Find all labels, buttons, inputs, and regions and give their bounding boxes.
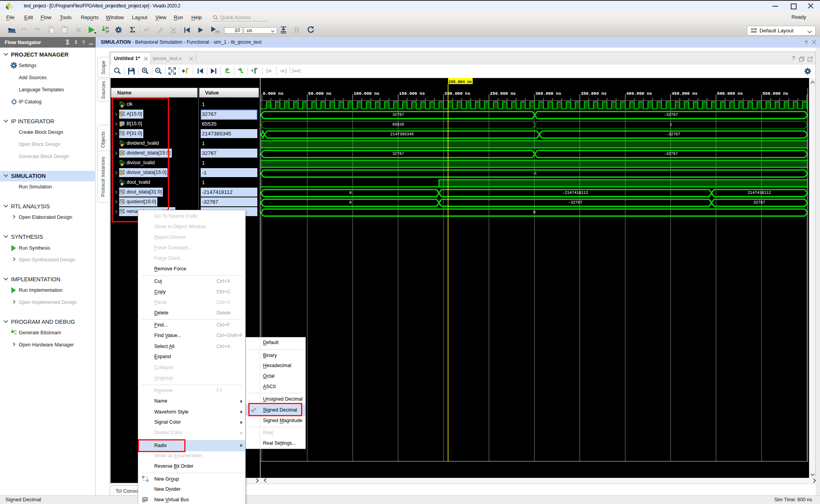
svg-text:10: 10 [14, 332, 17, 335]
svg-text:0.000 ns: 0.000 ns [263, 91, 283, 96]
svg-text:2147418112: 2147418112 [747, 191, 771, 195]
svg-text:450.000 ns: 450.000 ns [672, 91, 697, 96]
svg-text:65535: 65535 [392, 122, 404, 127]
svg-text:-32767: -32767 [664, 113, 678, 117]
svg-text:550.000 ns: 550.000 ns [763, 91, 788, 96]
svg-text:500.000 ns: 500.000 ns [717, 91, 743, 96]
svg-text:(T): (T) [216, 30, 219, 34]
svg-text:-2147418112: -2147418112 [562, 191, 588, 195]
svg-text:2147385345: 2147385345 [390, 132, 414, 137]
svg-text:0: 0 [349, 191, 351, 195]
svg-text:250.000 ns: 250.000 ns [490, 91, 516, 96]
svg-text:32767: 32767 [392, 152, 404, 156]
svg-text:-32767: -32767 [666, 132, 680, 137]
svg-text:-1: -1 [532, 171, 537, 176]
svg-text:350.000 ns: 350.000 ns [581, 91, 606, 96]
svg-text:32767: 32767 [392, 113, 404, 117]
svg-text:-32767: -32767 [568, 201, 582, 205]
svg-text:400.000 ns: 400.000 ns [626, 91, 652, 96]
svg-text:300.000 ns: 300.000 ns [535, 91, 561, 96]
svg-text:01: 01 [14, 330, 17, 332]
svg-text:32767: 32767 [753, 201, 765, 205]
svg-text:1: 1 [670, 122, 672, 127]
svg-text:50.000 ns: 50.000 ns [308, 91, 331, 96]
svg-text:205.004 ns: 205.004 ns [448, 80, 472, 84]
svg-text:0: 0 [533, 210, 535, 215]
svg-text:100.000 ns: 100.000 ns [354, 91, 380, 96]
svg-text:10: 10 [105, 30, 109, 33]
svg-text:?: ? [82, 39, 85, 45]
svg-text:-32767: -32767 [664, 152, 678, 156]
svg-text:0: 0 [349, 201, 351, 205]
svg-text:01: 01 [105, 26, 109, 30]
svg-text:150.000 ns: 150.000 ns [399, 91, 425, 96]
